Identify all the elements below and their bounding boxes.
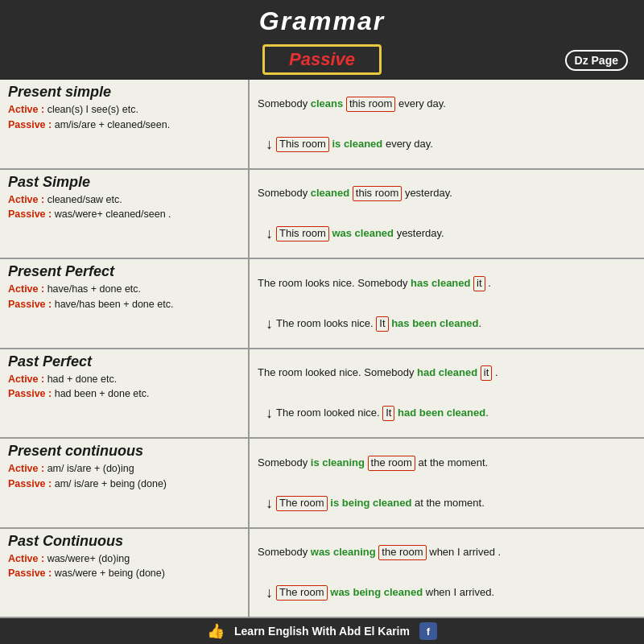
boxed-word: the room (378, 545, 426, 560)
active-label: Active : (8, 104, 44, 115)
green-word: has been cleaned (391, 317, 478, 329)
active-label: Active : (8, 194, 44, 205)
passive-rule-text: am/ is/are + being (done) (52, 478, 167, 489)
left-col-past-simple: Past SimpleActive : cleaned/saw etc.Pass… (0, 170, 250, 258)
example1-present-continuous: Somebody is cleaning the room at the mom… (258, 455, 636, 472)
green-word: cleaned (311, 187, 349, 199)
passive-label: Passive : (8, 478, 52, 489)
header: Grammar (0, 0, 644, 41)
green-word: is cleaned (332, 138, 382, 150)
active-rule-present-continuous: Active : am/ is/are + (do)ing (8, 461, 242, 477)
active-rule-text: was/were+ (do)ing (44, 553, 130, 564)
active-label: Active : (8, 553, 44, 564)
facebook-icon: f (419, 622, 437, 640)
grammar-row-present-simple: Present simpleActive : clean(s) I see(s)… (0, 80, 644, 170)
active-label: Active : (8, 283, 44, 295)
left-col-past-continuous: Past ContinuousActive : was/were+ (do)in… (0, 529, 250, 617)
grammar-row-past-continuous: Past ContinuousActive : was/were+ (do)in… (0, 529, 644, 619)
grammar-row-present-continuous: Present continuousActive : am/ is/are + … (0, 439, 644, 529)
active-label: Active : (8, 463, 44, 474)
passive-rule-past-continuous: Passive : was/were + being (done) (8, 566, 242, 581)
arrow-row-past-perfect: ↓The room looked nice. It had been clean… (258, 405, 636, 422)
arrow-row-present-perfect: ↓The room looks nice. It has been cleane… (258, 316, 636, 332)
passive-badge: Passive (262, 44, 382, 75)
green-word: was being cleaned (330, 586, 423, 598)
passive-label: Passive : (8, 208, 52, 220)
boxed-word: It (382, 406, 394, 421)
boxed-word: This room (276, 226, 329, 242)
arrow-row-past-continuous: ↓The room was being cleaned when I arriv… (258, 584, 636, 601)
green-word: had cleaned (417, 366, 477, 378)
content-area: Present simpleActive : clean(s) I see(s)… (0, 80, 644, 618)
left-col-past-perfect: Past PerfectActive : had + done etc.Pass… (0, 349, 250, 438)
tense-title-present-simple: Present simple (8, 84, 242, 101)
passive-rule-present-simple: Passive : am/is/are + cleaned/seen. (8, 118, 242, 133)
footer: 👍 Learn English With Abd El Karim f (0, 618, 644, 644)
active-rule-past-perfect: Active : had + done etc. (8, 372, 242, 387)
grammar-row-present-perfect: Present PerfectActive : have/has + done … (0, 259, 644, 349)
example2-present-continuous: The room is being cleaned at the moment. (276, 495, 485, 512)
boxed-word: This room (276, 137, 329, 152)
arrow-row-past-simple: ↓This room was cleaned yesterday. (258, 225, 636, 242)
tense-title-present-perfect: Present Perfect (8, 263, 242, 280)
passive-label: Passive : (8, 119, 52, 130)
header-title: Grammar (0, 6, 644, 36)
active-rule-text: clean(s) I see(s) etc. (44, 104, 138, 115)
tense-title-past-simple: Past Simple (8, 174, 242, 191)
boxed-word: it (481, 365, 493, 381)
arrow-icon: ↓ (266, 584, 273, 601)
boxed-word: it (473, 276, 485, 291)
left-col-present-continuous: Present continuousActive : am/ is/are + … (0, 439, 250, 527)
active-rule-past-continuous: Active : was/were+ (do)ing (8, 551, 242, 567)
right-col-present-perfect: The room looks nice. Somebody has cleane… (250, 259, 644, 348)
example2-past-continuous: The room was being cleaned when I arrive… (276, 584, 494, 601)
right-col-past-perfect: The room looked nice. Somebody had clean… (250, 349, 644, 438)
example1-present-simple: Somebody cleans this room every day. (258, 96, 636, 113)
example2-present-simple: This room is cleaned every day. (276, 136, 433, 153)
arrow-icon: ↓ (266, 316, 273, 332)
green-word: had been cleaned (398, 407, 485, 419)
passive-rule-text: was/were+ cleaned/seen . (52, 208, 171, 220)
right-col-past-simple: Somebody cleaned this room yesterday.↓Th… (250, 170, 644, 258)
active-rule-text: had + done etc. (44, 374, 117, 385)
right-col-present-continuous: Somebody is cleaning the room at the mom… (250, 439, 644, 527)
active-rule-present-perfect: Active : have/has + done etc. (8, 282, 242, 297)
left-col-present-simple: Present simpleActive : clean(s) I see(s)… (0, 80, 250, 168)
example2-present-perfect: The room looks nice. It has been cleaned… (276, 316, 481, 332)
active-rule-text: am/ is/are + (do)ing (44, 463, 134, 474)
grammar-row-past-simple: Past SimpleActive : cleaned/saw etc.Pass… (0, 170, 644, 260)
page: Grammar Passive Dz Page Present simpleAc… (0, 0, 644, 644)
boxed-word: The room (276, 496, 328, 511)
passive-rule-present-perfect: Passive : have/has been + done etc. (8, 297, 242, 312)
dz-page-label: Dz Page (565, 50, 628, 71)
active-rule-text: cleaned/saw etc. (44, 194, 122, 205)
arrow-row-present-continuous: ↓The room is being cleaned at the moment… (258, 495, 636, 512)
passive-rule-past-simple: Passive : was/were+ cleaned/seen . (8, 207, 242, 222)
example2-past-simple: This room was cleaned yesterday. (276, 225, 444, 242)
thumb-icon: 👍 (207, 622, 225, 640)
subtitle-row: Passive Dz Page (0, 41, 644, 80)
example1-past-continuous: Somebody was cleaning the room when I ar… (258, 544, 636, 561)
right-col-present-simple: Somebody cleans this room every day.↓Thi… (250, 80, 644, 168)
passive-label: Passive : (8, 568, 52, 579)
boxed-word: this room (353, 186, 402, 201)
active-rule-present-simple: Active : clean(s) I see(s) etc. (8, 102, 242, 118)
arrow-icon: ↓ (266, 405, 273, 422)
green-word: is cleaning (311, 456, 365, 469)
footer-text: Learn English With Abd El Karim (234, 625, 410, 638)
tense-title-past-continuous: Past Continuous (8, 533, 242, 550)
grammar-row-past-perfect: Past PerfectActive : had + done etc.Pass… (0, 349, 644, 440)
passive-text: Passive (289, 49, 355, 69)
example2-past-perfect: The room looked nice. It had been cleane… (276, 405, 489, 422)
boxed-word: The room (276, 585, 328, 601)
tense-title-present-continuous: Present continuous (8, 443, 242, 460)
arrow-row-present-simple: ↓This room is cleaned every day. (258, 136, 636, 153)
passive-label: Passive : (8, 299, 52, 310)
arrow-icon: ↓ (266, 225, 273, 242)
arrow-icon: ↓ (266, 136, 273, 153)
arrow-icon: ↓ (266, 495, 273, 512)
green-word: has cleaned (411, 277, 470, 289)
passive-rule-present-continuous: Passive : am/ is/are + being (done) (8, 477, 242, 492)
active-rule-text: have/has + done etc. (44, 283, 141, 295)
example1-past-simple: Somebody cleaned this room yesterday. (258, 185, 636, 202)
